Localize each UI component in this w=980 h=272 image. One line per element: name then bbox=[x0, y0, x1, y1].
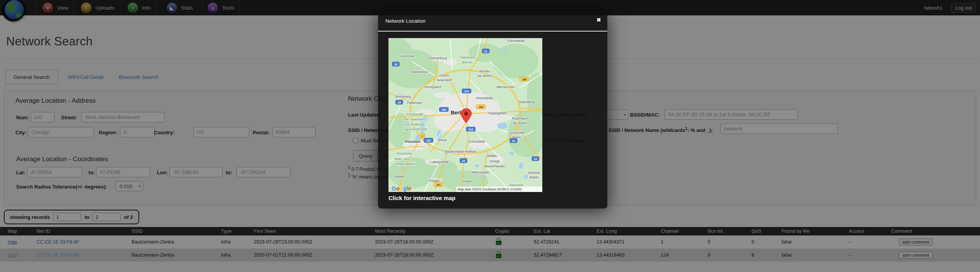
svg-text:24: 24 bbox=[394, 63, 397, 66]
svg-text:11: 11 bbox=[484, 50, 487, 53]
route-badge: 11 bbox=[482, 49, 489, 53]
map-label: Königswald bbox=[406, 112, 423, 116]
map-label: Neuendorf bbox=[437, 78, 452, 82]
map-label: Beelitz bbox=[395, 175, 405, 179]
map-label: Eberswalde bbox=[508, 39, 525, 43]
svg-text:115: 115 bbox=[426, 139, 430, 142]
map-label: Blankenfelde-Mahlow bbox=[445, 150, 477, 154]
map-label: Rüdersdorf bbox=[512, 117, 528, 120]
map-label: Ahrensfelde bbox=[475, 96, 493, 100]
route-badge: 24 bbox=[392, 62, 399, 66]
route-badge: 115 bbox=[424, 138, 433, 142]
route-badge: 101 bbox=[434, 182, 443, 187]
map-label: Hohen bbox=[439, 73, 449, 77]
route-badge: 10 bbox=[396, 100, 403, 104]
svg-text:101: 101 bbox=[436, 184, 441, 186]
map-label: Barnim bbox=[462, 60, 473, 64]
svg-text:114: 114 bbox=[464, 90, 468, 93]
map-label: Naturpark bbox=[460, 55, 475, 59]
svg-text:10: 10 bbox=[462, 160, 465, 162]
map-label: Hoppegarten bbox=[488, 111, 507, 115]
svg-text:100: 100 bbox=[442, 108, 446, 111]
route-badge: 1 bbox=[420, 133, 425, 138]
svg-text:10: 10 bbox=[512, 140, 515, 142]
map-label: Agrarlandschaft bbox=[403, 127, 427, 131]
map-label: Oranienburg bbox=[428, 56, 447, 60]
map-label: Werneuchen bbox=[497, 85, 515, 89]
route-badge: 100 bbox=[439, 107, 448, 112]
map-label: Mittenwalde bbox=[472, 170, 489, 174]
map-caption: Click for interactive map bbox=[388, 195, 607, 201]
map-label: Potsdamer bbox=[397, 152, 413, 155]
google-logo: Google bbox=[392, 185, 412, 192]
page: { "nav": { "items": [ {"label": "View", … bbox=[0, 0, 980, 272]
svg-text:113: 113 bbox=[468, 128, 473, 131]
map-label: velseengebiet bbox=[395, 162, 415, 166]
map-label: Falkensee bbox=[407, 101, 422, 105]
close-icon[interactable]: ✖ bbox=[596, 17, 601, 23]
route-badge: 114 bbox=[462, 89, 471, 93]
map-label: Ludwigsfelde bbox=[430, 160, 449, 164]
modal-body: EberswaldeKremmenOranienburgNaturparkBar… bbox=[378, 32, 607, 201]
map-label: Wald- und bbox=[394, 157, 409, 161]
map-label: Strausberg bbox=[518, 100, 535, 104]
map-label: und Seeburger bbox=[404, 122, 426, 126]
modal-title: Network Location bbox=[385, 18, 425, 24]
map-label: Brieselang bbox=[395, 95, 411, 98]
map-label: Naturpark bbox=[509, 183, 523, 187]
map-label: Hennigsdorf bbox=[423, 85, 441, 89]
map-label: Kremmen bbox=[401, 54, 415, 58]
map-label: Bernau bbox=[479, 69, 490, 73]
route-badge: 113 bbox=[466, 127, 475, 131]
route-badge: 168 bbox=[520, 77, 529, 81]
map-label: Potsdam bbox=[405, 139, 420, 144]
route-badge: 158 bbox=[476, 105, 485, 109]
map-label: Grünheide bbox=[509, 131, 524, 135]
svg-text:158: 158 bbox=[478, 106, 483, 108]
map-label: (Mark) bbox=[529, 175, 539, 179]
modal-header: Network Location ✖ bbox=[378, 12, 607, 32]
route-badge: 10 bbox=[510, 139, 517, 143]
map-label: bei Berlin bbox=[478, 74, 492, 78]
map-label: bei Berlin bbox=[513, 121, 527, 125]
map-label: Storkow bbox=[528, 171, 540, 175]
route-badge: 10 bbox=[460, 159, 467, 163]
svg-text:1: 1 bbox=[422, 135, 423, 137]
route-badge: 12 bbox=[532, 157, 539, 161]
map-label: Wildau bbox=[487, 154, 497, 158]
map-label: Oberkrämer bbox=[410, 70, 428, 74]
map-label: Teltow bbox=[437, 138, 447, 142]
map-label: Schönefeld bbox=[468, 140, 485, 144]
map-label: Wusterhausen bbox=[484, 164, 505, 168]
map-label: mit Havelseen bbox=[404, 117, 425, 121]
map-attribution: Map data ©2023 GeoBasis-DE/BKG (©2009) bbox=[458, 187, 522, 191]
network-location-map[interactable]: EberswaldeKremmenOranienburgNaturparkBar… bbox=[388, 38, 542, 192]
map-label: Zossen bbox=[462, 179, 473, 183]
svg-text:168: 168 bbox=[522, 78, 527, 81]
map-label: Königs bbox=[490, 159, 500, 163]
svg-text:12: 12 bbox=[534, 158, 537, 160]
svg-text:10: 10 bbox=[398, 101, 401, 104]
network-location-modal: Network Location ✖ EberswaldeKremmenOran… bbox=[378, 12, 607, 209]
